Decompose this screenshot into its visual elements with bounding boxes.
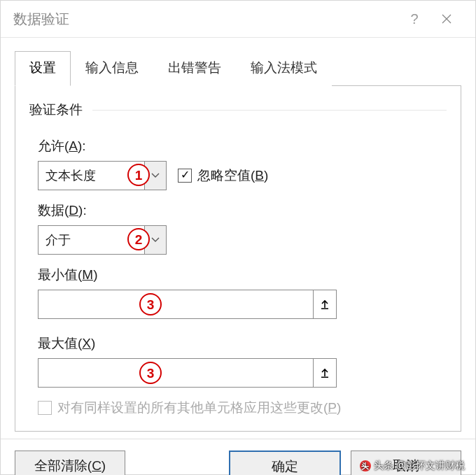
close-button[interactable] — [430, 1, 463, 37]
data-label: 数据(D): — [38, 201, 438, 220]
svg-rect-0 — [321, 309, 328, 310]
ok-button[interactable]: 确定 — [229, 451, 341, 475]
cancel-button[interactable]: 取消 — [351, 451, 461, 475]
ignore-blank-label: 忽略空值(B) — [197, 166, 268, 185]
divider — [92, 110, 447, 111]
apply-all-label: 对有同样设置的所有其他单元格应用这些更改(P) — [57, 399, 341, 417]
tab-ime-mode[interactable]: 输入法模式 — [236, 51, 332, 86]
tab-error-alert[interactable]: 出错警告 — [153, 51, 236, 86]
help-button[interactable]: ? — [398, 1, 430, 37]
tab-settings[interactable]: 设置 — [15, 51, 71, 86]
range-picker-button[interactable] — [313, 359, 336, 387]
max-input-row: 3 — [38, 358, 337, 388]
max-input[interactable] — [38, 359, 313, 387]
min-input[interactable] — [38, 290, 313, 318]
close-icon — [442, 14, 451, 24]
settings-panel: 验证条件 允许(A): 文本长度 1 忽略空值(B) — [15, 85, 461, 432]
min-input-row: 3 — [38, 290, 337, 319]
checkbox-icon — [38, 401, 52, 415]
dialog-window: 数据验证 ? 设置 输入信息 出错警告 输入法模式 验证条件 允许(A): 文本… — [0, 0, 476, 475]
min-label: 最小值(M) — [38, 266, 438, 284]
allow-combobox[interactable]: 文本长度 — [38, 161, 167, 190]
tab-input-message[interactable]: 输入信息 — [71, 51, 153, 86]
dialog-body: 设置 输入信息 出错警告 输入法模式 验证条件 允许(A): 文本长度 1 — [1, 38, 475, 439]
window-title: 数据验证 — [13, 10, 398, 29]
checkbox-icon — [178, 169, 192, 183]
collapse-dialog-icon — [319, 299, 330, 310]
svg-rect-1 — [321, 377, 328, 378]
apply-all-checkbox[interactable]: 对有同样设置的所有其他单元格应用这些更改(P) — [38, 399, 341, 417]
data-value: 介于 — [38, 226, 144, 254]
allow-value: 文本长度 — [38, 162, 144, 190]
clear-all-button[interactable]: 全部清除(C) — [15, 451, 125, 475]
chevron-down-icon — [144, 226, 166, 254]
dialog-footer: 全部清除(C) 确定 取消 — [1, 439, 475, 475]
range-picker-button[interactable] — [313, 290, 336, 318]
titlebar: 数据验证 ? — [1, 1, 475, 38]
ignore-blank-checkbox[interactable]: 忽略空值(B) — [178, 166, 268, 185]
chevron-down-icon — [144, 162, 166, 190]
allow-label: 允许(A): — [38, 137, 438, 155]
collapse-dialog-icon — [319, 367, 330, 378]
max-label: 最大值(X) — [38, 334, 438, 353]
data-combobox[interactable]: 介于 — [38, 225, 167, 255]
tab-bar: 设置 输入信息 出错警告 输入法模式 — [15, 50, 461, 85]
